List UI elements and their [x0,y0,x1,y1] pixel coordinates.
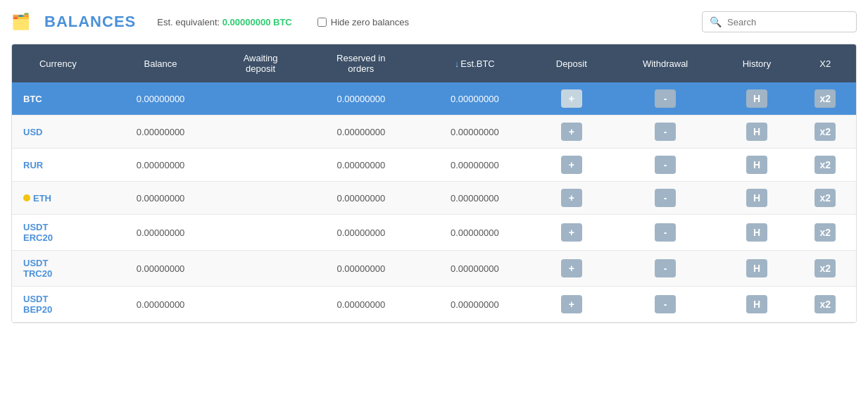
reserved-cell: 0.00000000 [304,82,418,116]
withdrawal-cell: - [612,149,719,182]
withdrawal-button[interactable]: - [655,223,676,242]
currency-name[interactable]: USDT TRC20 [23,258,52,279]
currency-cell: USDT ERC20 [12,215,104,251]
search-box: 🔍 [702,11,857,32]
currency-cell: RUR [12,149,104,182]
x2-cell: x2 [795,215,856,251]
estbtc-cell: 0.00000000 [418,215,532,251]
withdrawal-cell: - [612,116,719,149]
deposit-button[interactable]: + [561,223,582,242]
balances-icon: 🗂️ [11,13,30,31]
balance-cell: 0.00000000 [104,116,218,149]
col-awaiting: Awaitingdeposit [217,44,303,82]
withdrawal-cell: - [612,182,719,215]
balance-cell: 0.00000000 [104,215,218,251]
currency-cell: USDT TRC20 [12,251,104,287]
withdrawal-button[interactable]: - [655,259,676,277]
history-cell: H [719,116,794,149]
history-cell: H [719,149,794,182]
x2-button[interactable]: x2 [814,89,836,108]
col-withdrawal: Withdrawal [612,44,719,82]
withdrawal-button[interactable]: - [655,156,676,174]
deposit-button[interactable]: + [561,123,582,141]
x2-cell: x2 [795,287,856,323]
history-cell: H [719,215,794,251]
currency-cell: USD [12,116,104,149]
currency-name[interactable]: ETH [33,193,51,204]
reserved-cell: 0.00000000 [304,116,418,149]
history-button[interactable]: H [746,189,767,207]
awaiting-cell [217,149,303,182]
deposit-button[interactable]: + [561,295,582,313]
balance-cell: 0.00000000 [104,287,218,323]
table-row: USDT TRC200.000000000.000000000.00000000… [12,251,856,287]
search-icon: 🔍 [710,16,722,27]
x2-cell: x2 [795,251,856,287]
estbtc-cell: 0.00000000 [418,116,532,149]
currency-name[interactable]: USDT BEP20 [23,294,52,315]
deposit-button[interactable]: + [561,156,582,174]
deposit-button[interactable]: + [561,259,582,277]
x2-button[interactable]: x2 [814,295,836,313]
table-row: RUR0.000000000.000000000.00000000+-Hx2 [12,149,856,182]
col-deposit: Deposit [532,44,612,82]
history-button[interactable]: H [746,89,767,108]
reserved-cell: 0.00000000 [304,215,418,251]
x2-cell: x2 [795,116,856,149]
deposit-button[interactable]: + [561,89,582,108]
withdrawal-button[interactable]: - [655,89,676,108]
currency-name[interactable]: BTC [23,94,42,104]
currency-cell: ETH [12,182,104,215]
currency-name[interactable]: USDT ERC20 [23,222,53,243]
currency-name[interactable]: RUR [23,160,43,170]
hide-zero-label[interactable]: Hide zero balances [317,17,409,27]
x2-button[interactable]: x2 [814,123,836,141]
history-button[interactable]: H [746,223,767,242]
x2-button[interactable]: x2 [814,189,836,207]
awaiting-cell [217,82,303,116]
col-x2: X2 [795,44,856,82]
history-cell: H [719,182,794,215]
table-header-row: Currency Balance Awaitingdeposit Reserve… [12,44,856,82]
x2-cell: x2 [795,182,856,215]
hide-zero-checkbox[interactable] [317,18,327,27]
withdrawal-button[interactable]: - [655,123,676,141]
estbtc-cell: 0.00000000 [418,149,532,182]
history-button[interactable]: H [746,259,767,277]
history-button[interactable]: H [746,123,767,141]
search-input[interactable] [727,17,849,27]
withdrawal-cell: - [612,215,719,251]
x2-button[interactable]: x2 [814,156,836,174]
deposit-cell: + [532,182,612,215]
withdrawal-button[interactable]: - [655,295,676,313]
table-row: USD0.000000000.000000000.00000000+-Hx2 [12,116,856,149]
awaiting-cell [217,251,303,287]
balances-table: Currency Balance Awaitingdeposit Reserve… [12,44,856,323]
balance-cell: 0.00000000 [104,251,218,287]
est-equiv-label: Est. equivalent: 0.00000000 BTC [157,17,292,27]
x2-button[interactable]: x2 [814,223,836,242]
reserved-cell: 0.00000000 [304,182,418,215]
withdrawal-button[interactable]: - [655,189,676,207]
estbtc-cell: 0.00000000 [418,82,532,116]
x2-button[interactable]: x2 [814,259,836,277]
table-row: USDT BEP200.000000000.000000000.00000000… [12,287,856,323]
estbtc-cell: 0.00000000 [418,287,532,323]
deposit-cell: + [532,215,612,251]
reserved-cell: 0.00000000 [304,251,418,287]
awaiting-cell [217,215,303,251]
history-button[interactable]: H [746,156,767,174]
history-cell: H [719,251,794,287]
col-estbtc[interactable]: ↓Est.BTC [418,44,532,82]
deposit-cell: + [532,287,612,323]
deposit-cell: + [532,116,612,149]
deposit-button[interactable]: + [561,189,582,207]
currency-cell: USDT BEP20 [12,287,104,323]
withdrawal-cell: - [612,287,719,323]
page-title: BALANCES [44,13,136,31]
page-wrapper: 🗂️ BALANCES Est. equivalent: 0.00000000 … [0,0,868,412]
history-button[interactable]: H [746,295,767,313]
currency-cell: BTC [12,82,104,116]
currency-name[interactable]: USD [23,127,42,137]
est-value: 0.00000000 BTC [222,17,292,27]
